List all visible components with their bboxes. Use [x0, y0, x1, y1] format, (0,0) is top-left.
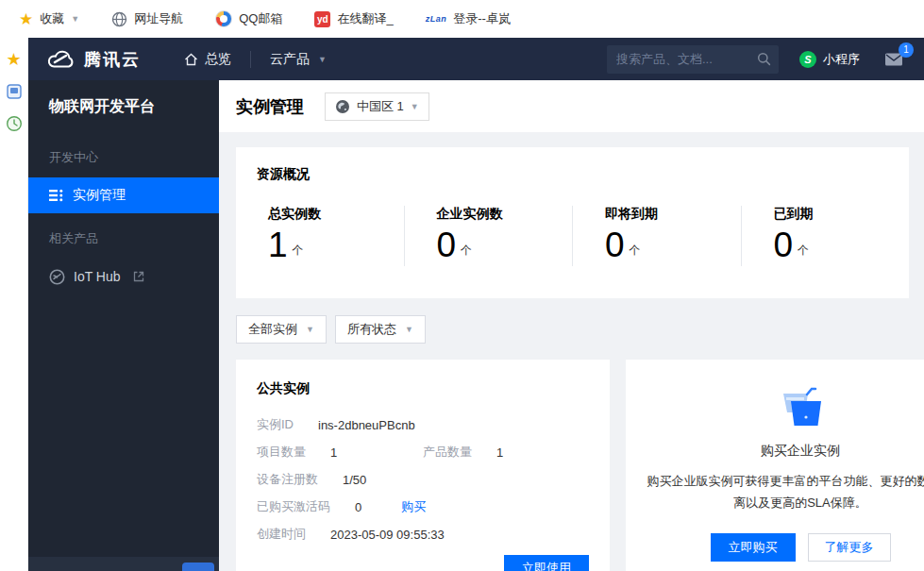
favorites-star-icon[interactable]: ★ [6, 51, 21, 68]
header-divider [250, 51, 251, 68]
console-header: 腾讯云 总览 云产品 ▼ S 小程序 1 [28, 38, 924, 80]
buy-now-button[interactable]: 立即购买 [711, 533, 796, 562]
nav-overview[interactable]: 总览 [184, 51, 231, 68]
tencent-cloud-logo[interactable]: 腾讯云 [47, 48, 141, 71]
sidebar-section-dev-center: 开发中心 [28, 149, 219, 166]
stat-label: 已到期 [774, 206, 910, 223]
field-device-registrations: 设备注册数 1/50 [257, 471, 589, 488]
instance-list-icon [49, 189, 64, 202]
search-icon[interactable] [757, 52, 771, 66]
chevron-down-icon: ▼ [306, 325, 314, 334]
buy-codes-link[interactable]: 购买 [401, 498, 426, 515]
field-value: 0 [355, 500, 361, 514]
sidebar-section-related-products: 相关产品 [28, 230, 219, 247]
nav-cloud-products[interactable]: 云产品 ▼ [270, 51, 327, 68]
page-title: 实例管理 [236, 95, 304, 118]
promo-description: 购买企业版实例可获得更丰富的平台功能、更好的数据隔离以及更高的SLA保障。 [647, 471, 924, 514]
field-label: 产品数量 [423, 444, 472, 461]
sidebar-item-label: IoT Hub [74, 269, 121, 284]
overview-stats: 总实例数 1 个 企业实例数 0 个 [236, 206, 909, 266]
stat-total-instances: 总实例数 1 个 [236, 206, 404, 266]
field-created-time: 创建时间 2023-05-09 09:55:33 [257, 526, 589, 543]
monitor-icon[interactable] [6, 83, 23, 100]
browser-bookmarks-bar: ★ 收藏 ▼ 网址导航 QQ邮箱 yd 在线翻译_ zLan 登录--卓岚 [0, 0, 924, 38]
star-icon: ★ [19, 9, 33, 29]
field-value: 1/50 [343, 473, 366, 487]
sidebar-item-instance-management[interactable]: 实例管理 [28, 177, 219, 213]
use-now-button[interactable]: 立即使用 [504, 555, 589, 571]
clock-icon[interactable] [6, 115, 23, 132]
stat-expiring-soon: 即将到期 0 个 [572, 206, 741, 266]
field-instance-id: 实例ID ins-2dbneuPBcnb [257, 416, 589, 433]
stat-expired: 已到期 0 个 [741, 206, 910, 266]
stat-label: 企业实例数 [437, 206, 573, 223]
region-globe-icon [335, 99, 350, 114]
sidebar-item-label: 实例管理 [73, 187, 126, 204]
field-value: ins-2dbneuPBcnb [318, 418, 415, 432]
stat-enterprise-instances: 企业实例数 0 个 [404, 206, 573, 266]
region-label: 中国区 1 [357, 98, 404, 115]
bookmark-label: 收藏 [40, 10, 64, 27]
qq-mail-icon [215, 10, 232, 27]
header-search[interactable] [607, 45, 779, 74]
filter-label: 所有状态 [347, 321, 396, 338]
stat-unit: 个 [461, 243, 472, 266]
stat-unit: 个 [798, 243, 809, 266]
bookmark-label: QQ邮箱 [239, 10, 282, 27]
miniprogram-icon: S [799, 51, 816, 68]
stat-value: 0 [437, 225, 457, 266]
home-icon [184, 53, 198, 66]
brand-name: 腾讯云 [84, 48, 141, 71]
chevron-down-icon: ▼ [318, 55, 327, 64]
nav-products-label: 云产品 [270, 51, 310, 68]
filter-label: 全部实例 [248, 321, 297, 338]
message-center[interactable]: 1 [884, 52, 903, 67]
chevron-down-icon: ▼ [405, 325, 413, 334]
overview-title: 资源概况 [236, 166, 909, 183]
miniprogram-entry[interactable]: S 小程序 [799, 51, 860, 68]
field-label: 设备注册数 [257, 471, 318, 488]
search-input[interactable] [616, 52, 757, 66]
stat-label: 总实例数 [268, 206, 404, 223]
field-value: 1 [496, 445, 503, 460]
helper-bubble[interactable] [182, 563, 214, 571]
resource-overview-card: 资源概况 总实例数 1 个 企业实例数 [236, 147, 909, 298]
bookmark-qq-mail[interactable]: QQ邮箱 [215, 10, 282, 27]
chevron-down-icon: ▼ [71, 14, 79, 24]
region-selector[interactable]: 中国区 1 ▼ [325, 92, 429, 121]
stat-value: 0 [774, 225, 794, 266]
field-counts: 项目数量 1 产品数量 1 [257, 444, 589, 461]
field-activation-codes: 已购买激活码 0 购买 [257, 498, 589, 515]
cloud-logo-icon [47, 49, 76, 69]
page-title-bar: 实例管理 中国区 1 ▼ [219, 80, 924, 132]
sidebar-title: 物联网开发平台 [28, 97, 219, 117]
zlan-icon: zLan [426, 14, 447, 24]
promo-title: 购买企业实例 [761, 443, 840, 460]
filter-row: 全部实例 ▼ 所有状态 ▼ [236, 315, 909, 344]
filter-instance-type[interactable]: 全部实例 ▼ [236, 315, 327, 344]
stat-label: 即将到期 [605, 206, 741, 223]
sidebar-item-iot-hub[interactable]: IoT Hub [28, 259, 219, 294]
stat-value: 1 [268, 225, 288, 266]
stat-value: 0 [605, 225, 625, 266]
sidebar: 物联网开发平台 开发中心 实例管理 相关产品 IoT Hub [28, 80, 219, 571]
field-label: 已购买激活码 [257, 498, 330, 515]
bookmark-nav[interactable]: 网址导航 [111, 10, 183, 27]
external-link-icon [133, 271, 144, 282]
browser-side-strip: ★ [0, 38, 28, 571]
bookmark-favorites[interactable]: ★ 收藏 ▼ [19, 9, 79, 29]
filter-status[interactable]: 所有状态 ▼ [335, 315, 426, 344]
stat-unit: 个 [293, 243, 304, 266]
notification-badge: 1 [899, 42, 914, 58]
bookmark-translate[interactable]: yd 在线翻译_ [314, 10, 393, 27]
enterprise-promo-card: 购买企业实例 购买企业版实例可获得更丰富的平台功能、更好的数据隔离以及更高的SL… [626, 360, 924, 571]
sidebar-footer [28, 557, 219, 571]
bookmark-login[interactable]: zLan 登录--卓岚 [426, 10, 511, 27]
chevron-down-icon: ▼ [411, 102, 419, 111]
iot-hub-icon [49, 269, 65, 285]
learn-more-button[interactable]: 了解更多 [808, 533, 891, 562]
instance-card-title: 公共实例 [257, 380, 589, 397]
globe-icon [111, 11, 127, 27]
field-label: 项目数量 [257, 444, 306, 461]
content-scroll-area[interactable]: 资源概况 总实例数 1 个 企业实例数 [219, 132, 924, 571]
